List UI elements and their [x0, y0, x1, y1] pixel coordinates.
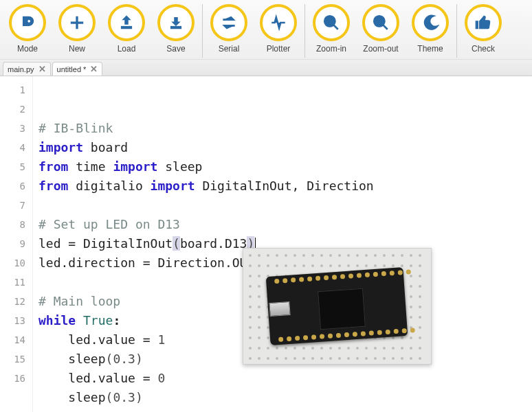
toolbar-label: Check	[472, 44, 495, 54]
code-token: board	[83, 140, 128, 154]
code-token: (	[106, 390, 113, 404]
theme-button[interactable]: Theme	[406, 4, 455, 54]
code-token: 0.3	[113, 352, 135, 366]
zoom-in-button[interactable]: Zoom-in	[307, 4, 356, 54]
line-number: 1	[3, 80, 25, 100]
code-token: while	[38, 313, 76, 328]
code-area[interactable]: # IB-Blinkimport boardfrom time import s…	[33, 76, 532, 412]
tab-untitled[interactable]: untitled *✕	[52, 62, 103, 76]
code-token: (	[106, 352, 113, 366]
code-token: led = DigitalInOut	[38, 236, 173, 251]
zoom-out-icon	[362, 4, 399, 41]
code-token: 0	[157, 371, 165, 385]
line-number: 12	[3, 292, 25, 311]
line-number: 8	[3, 215, 25, 234]
code-token: True	[83, 313, 113, 328]
upload-icon	[108, 4, 145, 41]
zoom-in-icon	[313, 4, 350, 41]
tab-label: main.py	[8, 65, 34, 73]
new-button[interactable]: New	[52, 4, 102, 54]
code-token: 1	[157, 332, 165, 347]
arrows-icon	[210, 4, 247, 41]
line-number: 2	[3, 100, 25, 119]
toolbar-label: Mode	[17, 44, 38, 54]
download-icon	[157, 4, 195, 41]
line-number: 14	[3, 330, 25, 350]
tab-bar: main.py✕untitled *✕	[0, 60, 532, 76]
line-number: 9	[3, 234, 25, 253]
line-number: 7	[3, 196, 25, 215]
code-line[interactable]	[38, 196, 527, 215]
toolbar-label: Plotter	[267, 44, 291, 54]
toolbar-label: Serial	[219, 44, 240, 54]
toolbar-label: Zoom-in	[316, 44, 346, 54]
load-button[interactable]: Load	[102, 4, 151, 54]
mode-button[interactable]: Mode	[3, 4, 52, 54]
code-token: import	[151, 179, 195, 193]
zoom-out-button[interactable]: Zoom-out	[356, 4, 406, 54]
moon-icon	[412, 4, 449, 41]
code-token: sleep	[157, 159, 202, 174]
pulse-icon	[260, 4, 297, 41]
svg-point-0	[27, 19, 31, 23]
code-token: # Main loop	[38, 294, 120, 308]
code-line[interactable]	[38, 407, 527, 412]
code-token: )	[135, 352, 143, 366]
thumb-icon	[465, 4, 502, 41]
code-token: sleep	[38, 352, 106, 366]
code-editor[interactable]: 12345678910111213141516 # IB-Blinkimport…	[0, 76, 532, 412]
line-number: 15	[3, 350, 25, 369]
line-number: 3	[3, 119, 25, 138]
code-token: led.direction = Direction.OUTPUT	[38, 255, 277, 270]
code-token: sleep	[38, 390, 106, 404]
code-line[interactable]: from time import sleep	[38, 157, 527, 176]
code-token: # IB-Blink	[38, 121, 113, 135]
serial-button[interactable]: Serial	[204, 4, 254, 54]
line-number: 5	[3, 157, 25, 176]
toolbar-label: Zoom-out	[363, 44, 398, 54]
toolbar-separator	[304, 4, 305, 58]
code-token: board.D13	[180, 236, 247, 251]
line-number: 10	[3, 253, 25, 273]
line-number: 13	[3, 311, 25, 330]
close-icon[interactable]: ✕	[38, 64, 46, 74]
code-line[interactable]: # Set up LED on D13	[38, 215, 527, 234]
toolbar-label: New	[69, 44, 85, 54]
code-token: import	[113, 159, 157, 174]
code-token: :	[113, 313, 120, 328]
toolbar-separator	[456, 4, 457, 58]
close-icon[interactable]: ✕	[90, 64, 98, 74]
line-gutter: 12345678910111213141516	[0, 76, 33, 412]
code-line[interactable]: sleep(0.3)	[38, 388, 527, 407]
toolbar-label: Theme	[417, 44, 443, 54]
tab-main[interactable]: main.py✕	[3, 62, 51, 76]
save-button[interactable]: Save	[151, 4, 201, 54]
code-line[interactable]: import board	[38, 138, 527, 157]
mode-icon	[9, 4, 46, 41]
toolbar: ModeNewLoadSaveSerialPlotterZoom-inZoom-…	[0, 0, 532, 60]
code-token: from	[38, 159, 68, 174]
toolbar-label: Save	[166, 44, 185, 54]
code-token: (	[173, 236, 180, 251]
toolbar-separator	[202, 4, 203, 58]
code-line[interactable]: # IB-Blink	[38, 119, 527, 138]
board-photo	[243, 248, 432, 365]
svg-rect-2	[170, 26, 181, 28]
check-button[interactable]: Check	[458, 4, 508, 54]
code-token: DigitalInOut, Direction	[195, 179, 374, 193]
svg-rect-1	[121, 26, 131, 28]
code-token: from	[38, 179, 68, 193]
code-token: # Set up LED on D13	[38, 217, 180, 231]
line-number: 6	[3, 176, 25, 196]
code-line[interactable]: from digitalio import DigitalInOut, Dire…	[38, 176, 527, 196]
code-line[interactable]: led.value = 0	[38, 369, 527, 388]
code-token: led.value =	[38, 332, 157, 347]
line-number: 11	[3, 273, 25, 292]
tab-label: untitled *	[57, 65, 87, 73]
plotter-button[interactable]: Plotter	[254, 4, 303, 54]
code-token: 0.3	[113, 390, 135, 404]
toolbar-label: Load	[118, 44, 136, 54]
code-token: import	[38, 140, 83, 154]
line-number: 4	[3, 138, 25, 157]
code-token: )	[135, 390, 143, 404]
